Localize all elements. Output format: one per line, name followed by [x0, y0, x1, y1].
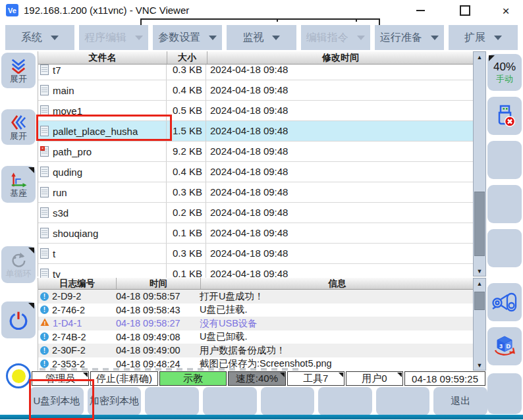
base-coordinate-button[interactable]: 基座 [1, 166, 36, 203]
log-id: 2-D9-2 [52, 291, 81, 302]
log-row-2-74B-2[interactable]: ! 2-74B-2 04-18 09:49:08 U盘已卸载. [38, 330, 474, 344]
chevron-down-icon [51, 36, 59, 40]
bottom-button-5[interactable] [261, 387, 315, 415]
file-modified-time: 2024-04-18 09:48 [206, 203, 474, 223]
file-row-path_pro[interactable]: path_pro 9.2 KB 2024-04-18 09:48 [38, 142, 474, 162]
file-size-header: 大小 [167, 51, 207, 64]
log-message: 用户数据备份成功！ [200, 344, 474, 357]
file-modified-time: 2024-04-18 09:48 [206, 101, 474, 120]
base-label: 基座 [10, 189, 27, 198]
file-modified-time: 2024-04-18 09:48 [206, 80, 474, 100]
manual-mode-label: 手动 [496, 74, 513, 84]
file-modified-time: 2024-04-18 09:48 [206, 121, 474, 141]
file-row-t7[interactable]: t7 0.3 KB 2024-04-18 09:48 [38, 65, 474, 80]
minimize-button[interactable] [407, 0, 433, 21]
svg-text:D: D [507, 343, 511, 350]
right-toolbar-button-8[interactable] [487, 373, 522, 414]
run-state-segment[interactable]: 停止(非精确) [90, 371, 158, 386]
menu-item-label: 监视 [242, 31, 263, 45]
file-row-quding[interactable]: quding 0.4 KB 2024-04-18 09:48 [38, 162, 474, 182]
encrypt-to-local-button[interactable]: 加密到本地 [88, 387, 142, 415]
file-row-shouqiang[interactable]: shouqiang 0.1 KB 2024-04-18 09:48 [38, 223, 474, 244]
menu-item-6[interactable]: 扩展 [449, 25, 518, 50]
file-row-main[interactable]: main 0.4 KB 2024-04-18 09:48 [38, 80, 474, 101]
menu-item-1: 程序编辑 [79, 25, 148, 50]
right-toolbar-button-4[interactable] [487, 185, 522, 223]
right-toolbar-button-3[interactable] [487, 141, 522, 179]
bottom-button-7[interactable] [376, 387, 430, 415]
bottom-button-4[interactable] [203, 387, 257, 415]
usb-eject-button[interactable] [487, 97, 522, 135]
log-message: 没有USB设备 [200, 317, 474, 330]
menu-bar: 系统 程序编辑 参数设置 监视 编辑指令 运行准备 扩展 [0, 25, 523, 50]
chevron-down-icon [135, 36, 143, 40]
menu-item-5[interactable]: 运行准备 [375, 25, 444, 50]
log-table-scrollbar[interactable]: ▲ ▼ [473, 278, 486, 371]
menu-item-0[interactable]: 系统 [5, 25, 74, 50]
3d-view-button[interactable]: 3 D [487, 327, 522, 365]
expand-left-icon [11, 114, 26, 131]
file-name: quding [53, 167, 82, 178]
log-time: 04-18 09:58:43 [116, 305, 200, 315]
expand-down-button[interactable]: 展开 [1, 53, 36, 88]
expand-left-button[interactable]: 展开 [1, 109, 36, 145]
file-row-run[interactable]: run 0.3 KB 2024-04-18 09:48 [38, 182, 474, 203]
maximize-button[interactable] [452, 0, 478, 21]
close-icon: × [502, 5, 509, 17]
document-icon [40, 207, 49, 218]
menu-item-2[interactable]: 参数设置 [153, 25, 222, 50]
log-row-2-30F-2[interactable]: ! 2-30F-2 04-18 09:49:00 用户数据备份成功！ [38, 344, 474, 357]
svg-text:!: ! [44, 320, 46, 327]
document-icon [40, 228, 49, 238]
menu-item-label: 运行准备 [380, 31, 422, 45]
scroll-up-icon[interactable]: ▲ [474, 278, 485, 288]
file-modified-time: 2024-04-18 09:48 [206, 223, 474, 243]
jog-control-button[interactable] [487, 283, 522, 321]
speed-segment[interactable]: 速度:40% [228, 371, 285, 386]
menu-item-label: 编辑指令 [306, 31, 348, 45]
bottom-button-6[interactable] [318, 387, 372, 415]
vnc-logo-icon: Ve [6, 4, 18, 16]
single-cycle-button[interactable]: 单循环 [1, 246, 36, 283]
menu-item-label: 程序编辑 [84, 31, 126, 45]
log-row-2-D9-2[interactable]: ! 2-D9-2 04-18 09:58:57 打开U盘成功！ [38, 290, 474, 303]
chevron-down-icon [431, 36, 439, 40]
log-time: 04-18 09:58:27 [116, 318, 200, 328]
single-cycle-icon [10, 251, 27, 269]
file-table: 文件名 大小 修改时间 t7 0.3 KB 2024-04-18 09:48 m… [38, 51, 474, 276]
tool-segment[interactable]: 工具7 [287, 371, 344, 386]
exit-button[interactable]: 退出 [433, 387, 487, 415]
log-row-1-D4-1[interactable]: ! 1-D4-1 04-18 09:58:27 没有USB设备 [38, 317, 474, 330]
scrollbar-thumb[interactable] [474, 192, 485, 256]
bottom-button-bar: U盘到本地加密到本地退出 [30, 387, 487, 415]
power-button[interactable] [1, 302, 36, 338]
log-time-header: 时间 [117, 278, 201, 289]
menu-item-4: 编辑指令 [301, 25, 370, 50]
close-button[interactable]: × [493, 0, 519, 21]
file-table-scrollbar[interactable]: ▲ ▼ [473, 51, 486, 276]
log-time: 04-18 09:58:57 [116, 291, 200, 302]
file-modified-time: 2024-04-18 09:48 [206, 182, 474, 202]
scroll-up-icon[interactable]: ▲ [474, 52, 485, 62]
menu-item-3[interactable]: 监视 [227, 25, 296, 50]
file-name: s3d [53, 207, 69, 219]
chevron-down-icon [494, 36, 502, 40]
teach-mode-segment[interactable]: 示教 [159, 371, 227, 386]
scroll-down-icon[interactable]: ▼ [474, 266, 485, 276]
file-size: 0.4 KB [167, 162, 206, 182]
file-size: 0.3 KB [167, 182, 206, 202]
log-row-2-746-2[interactable]: ! 2-746-2 04-18 09:58:43 U盘已挂载. [38, 303, 474, 317]
info-icon: ! [40, 359, 49, 368]
bottom-button-3[interactable] [145, 387, 199, 415]
info-icon: ! [40, 346, 49, 355]
file-name: shouqiang [53, 228, 98, 239]
user-frame-segment[interactable]: 用户0 [346, 371, 403, 386]
log-table: 日志编号 时间 信息 ! 2-D9-2 04-18 09:58:57 打开U盘成… [38, 278, 474, 371]
scrollbar-thumb[interactable] [474, 292, 485, 310]
file-row-s3d[interactable]: s3d 0.2 KB 2024-04-18 09:48 [38, 203, 474, 223]
right-toolbar-button-5[interactable] [487, 229, 522, 267]
scroll-down-icon[interactable]: ▼ [474, 360, 485, 370]
speed-mode-button[interactable]: 40% 手动 [487, 54, 522, 91]
log-time: 04-18 09:49:08 [116, 332, 200, 342]
file-row-t[interactable]: t 0.3 KB 2024-04-18 09:48 [38, 244, 474, 264]
